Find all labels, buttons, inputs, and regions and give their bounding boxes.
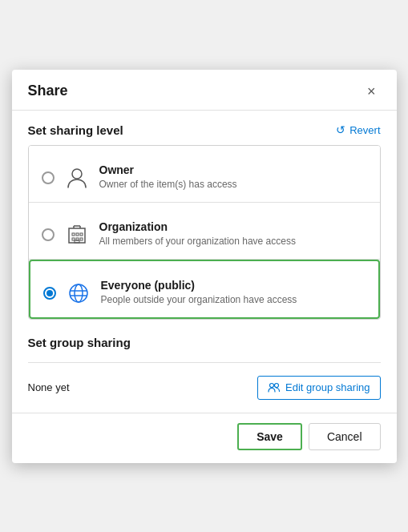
dialog-header: Share ×	[12, 70, 397, 111]
organization-option-name: Organization	[99, 220, 367, 233]
none-yet-label: None yet	[28, 381, 70, 393]
revert-icon: ↺	[336, 123, 345, 136]
option-everyone[interactable]: Everyone (public) People outside your or…	[29, 260, 380, 319]
edit-group-sharing-button[interactable]: Edit group sharing	[257, 376, 381, 400]
svg-rect-7	[80, 238, 83, 240]
svg-point-12	[70, 284, 87, 302]
group-sharing-section: Set group sharing None yet Edit group sh…	[28, 336, 381, 400]
svg-rect-11	[75, 240, 79, 243]
svg-point-0	[72, 169, 82, 179]
owner-option-name: Owner	[99, 163, 367, 176]
radio-owner[interactable]	[42, 171, 55, 184]
svg-rect-3	[76, 233, 79, 236]
sharing-options-list: Owner Owner of the item(s) has access	[28, 145, 381, 320]
sharing-level-header: Set sharing level ↺ Revert	[28, 123, 381, 137]
svg-point-13	[75, 284, 83, 302]
revert-button[interactable]: ↺ Revert	[336, 123, 380, 136]
cancel-button[interactable]: Cancel	[309, 423, 381, 450]
close-button[interactable]: ×	[362, 83, 381, 100]
radio-everyone[interactable]	[43, 287, 56, 300]
group-edit-icon	[268, 381, 281, 394]
edit-group-sharing-label: Edit group sharing	[285, 381, 370, 393]
owner-option-text: Owner Owner of the item(s) has access	[99, 157, 367, 190]
svg-rect-2	[72, 233, 75, 236]
organization-option-desc: All members of your organization have ac…	[99, 236, 367, 247]
person-icon	[64, 165, 90, 191]
everyone-option-name: Everyone (public)	[101, 279, 366, 292]
organization-option-text: Organization All members of your organiz…	[99, 214, 367, 247]
dialog-footer: Save Cancel	[12, 413, 397, 463]
radio-organization[interactable]	[42, 228, 55, 241]
owner-option-desc: Owner of the item(s) has access	[99, 179, 367, 190]
building-icon	[64, 222, 90, 248]
group-row: None yet Edit group sharing	[28, 376, 381, 400]
svg-rect-4	[80, 233, 83, 236]
svg-point-17	[274, 383, 278, 387]
dialog-title: Share	[28, 83, 68, 99]
save-button[interactable]: Save	[237, 423, 302, 450]
svg-point-16	[269, 383, 273, 387]
radio-dot	[46, 290, 53, 296]
everyone-option-desc: People outside your organization have ac…	[101, 294, 366, 305]
group-divider	[28, 362, 381, 363]
option-owner[interactable]: Owner Owner of the item(s) has access	[29, 146, 380, 203]
option-organization[interactable]: Organization All members of your organiz…	[29, 203, 380, 260]
share-dialog: Share × Set sharing level ↺ Revert	[12, 70, 397, 463]
sharing-level-title: Set sharing level	[28, 123, 123, 137]
everyone-option-text: Everyone (public) People outside your or…	[101, 272, 366, 305]
group-sharing-title: Set group sharing	[28, 336, 381, 349]
revert-label: Revert	[349, 124, 380, 136]
dialog-body: Set sharing level ↺ Revert Owner Owner o	[12, 111, 397, 413]
globe-icon	[66, 280, 91, 306]
